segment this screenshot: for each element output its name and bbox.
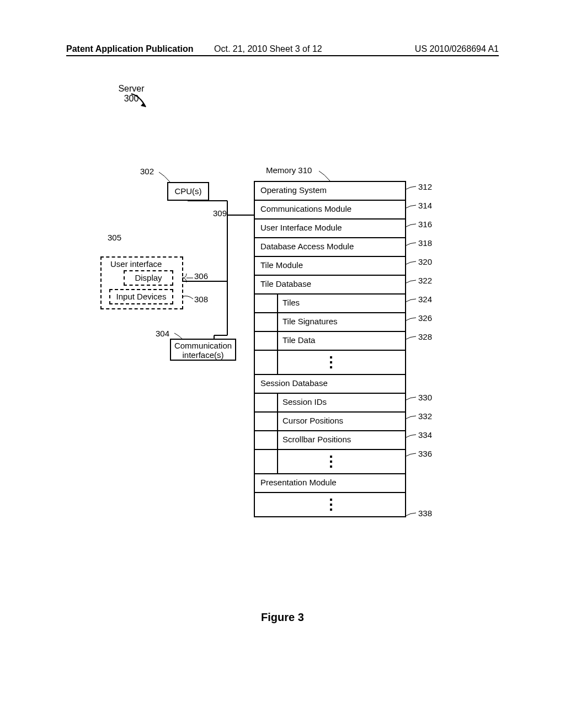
- row-user-interface-module: User Interface Module: [255, 220, 405, 238]
- cursor-positions-label: Cursor Positions: [282, 416, 343, 425]
- ref-326: 326: [418, 313, 432, 323]
- ref-322: 322: [418, 276, 432, 285]
- ui-label: User interface: [110, 259, 162, 269]
- header-right: US 2010/0268694 A1: [415, 44, 499, 54]
- ref-305: 305: [108, 233, 121, 242]
- ref-312: 312: [418, 182, 432, 191]
- figure-caption: Figure 3: [0, 611, 565, 624]
- ref-316: 316: [418, 220, 432, 229]
- row-tile-data: Tile Data: [255, 332, 405, 351]
- scrollbar-positions-label: Scrollbar Positions: [282, 435, 351, 444]
- row-tiles: Tiles: [255, 295, 405, 313]
- ref-328: 328: [418, 332, 432, 341]
- tile-data-label: Tile Data: [282, 335, 315, 345]
- ref-308-lead: [182, 292, 195, 303]
- comm-line1: Communication: [174, 341, 232, 350]
- row-end-dots: [255, 493, 405, 517]
- ref-338: 338: [418, 508, 432, 518]
- operating-system-label: Operating System: [260, 185, 327, 195]
- server-arrow-icon: [130, 93, 152, 115]
- ref-334: 334: [418, 430, 432, 440]
- ref-308: 308: [194, 295, 208, 304]
- presentation-module-label: Presentation Module: [260, 478, 337, 487]
- ref-336: 336: [418, 449, 432, 458]
- tile-module-label: Tile Module: [260, 260, 303, 270]
- row-session-dots: [255, 450, 405, 474]
- row-tile-signatures: Tile Signatures: [255, 313, 405, 332]
- communications-module-label: Communications Module: [260, 204, 351, 213]
- ref-306-lead: [182, 272, 195, 283]
- ref-304: 304: [156, 329, 169, 338]
- ref-302: 302: [140, 167, 154, 176]
- row-cursor-positions: Cursor Positions: [255, 413, 405, 431]
- tile-database-label: Tile Database: [260, 279, 311, 288]
- row-operating-system: Operating System: [255, 182, 405, 201]
- row-communications-module: Communications Module: [255, 201, 405, 220]
- input-devices-label: Input Devices: [116, 292, 167, 301]
- session-database-label: Session Database: [260, 378, 328, 388]
- ref-314: 314: [418, 201, 432, 210]
- memory-column: Operating System Communications Module U…: [254, 181, 406, 517]
- ref-320: 320: [418, 257, 432, 266]
- communication-interfaces-box: Communication interface(s): [170, 339, 236, 361]
- database-access-module-label: Database Access Module: [260, 242, 354, 251]
- memory-label: Memory 310: [266, 165, 312, 175]
- comm-line2: interface(s): [182, 350, 223, 360]
- header-left: Patent Application Publication: [66, 44, 194, 54]
- display-box: Display: [124, 270, 173, 286]
- row-database-access-module: Database Access Module: [255, 238, 405, 257]
- user-interface-module-label: User Interface Module: [260, 223, 342, 232]
- server-text: Server: [118, 84, 144, 93]
- tiles-label: Tiles: [282, 298, 300, 307]
- ref-318: 318: [418, 238, 432, 248]
- ref-306: 306: [194, 271, 208, 281]
- header-mid: Oct. 21, 2010 Sheet 3 of 12: [214, 44, 322, 54]
- row-session-database: Session Database: [255, 375, 405, 394]
- session-ids-label: Session IDs: [282, 397, 327, 406]
- ref-309: 309: [213, 208, 227, 218]
- page-header: Patent Application Publication Oct. 21, …: [66, 45, 499, 56]
- memory-label-lead: [318, 170, 332, 182]
- ref-302-lead: [158, 171, 174, 183]
- row-session-ids: Session IDs: [255, 394, 405, 413]
- cpu-box: CPU(s): [167, 182, 209, 201]
- row-tile-dots: [255, 351, 405, 375]
- ref-324: 324: [418, 295, 432, 304]
- row-tile-module: Tile Module: [255, 257, 405, 276]
- tile-signatures-label: Tile Signatures: [282, 317, 338, 326]
- cpu-label: CPU(s): [174, 186, 201, 196]
- row-scrollbar-positions: Scrollbar Positions: [255, 431, 405, 450]
- input-devices-box: Input Devices: [109, 289, 173, 304]
- ref-332: 332: [418, 411, 432, 421]
- row-tile-database: Tile Database: [255, 276, 405, 295]
- row-presentation-module: Presentation Module: [255, 474, 405, 493]
- ref-330: 330: [418, 393, 432, 402]
- display-label: Display: [135, 273, 162, 282]
